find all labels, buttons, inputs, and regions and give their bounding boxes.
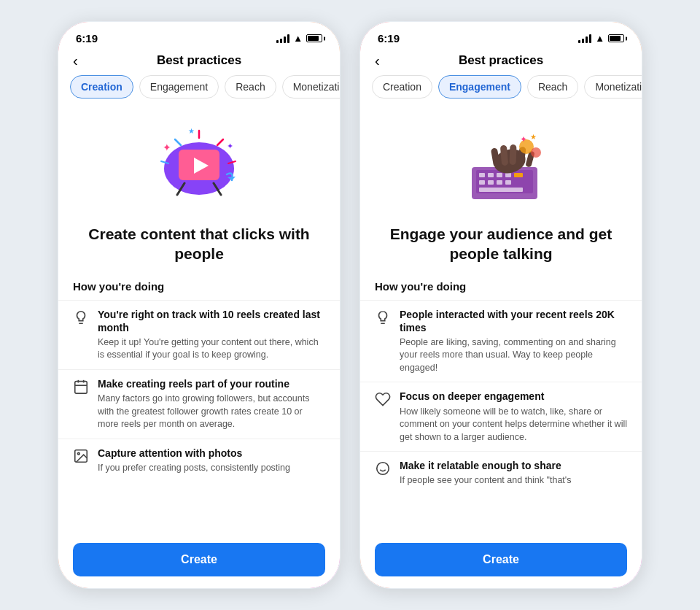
phone-1: 6:19 ▲ ‹ Best practices [57,20,341,590]
phones-container: 6:19 ▲ ‹ Best practices [57,20,643,590]
wifi-icon-2: ▲ [595,33,604,44]
tip-item-2-1: People interacted with your recent reels… [360,300,642,382]
svg-line-4 [175,139,181,145]
tip-desc-2-2: How likely someone will be to watch, lik… [400,406,627,444]
create-button-2[interactable]: Create [375,543,627,576]
tab-monetization-1[interactable]: Monetization [282,75,340,99]
svg-rect-31 [505,180,511,185]
svg-text:✦: ✦ [227,142,233,150]
cta-area-1: Create [58,534,340,588]
svg-line-2 [217,139,223,145]
svg-rect-28 [479,180,485,185]
status-icons-2: ▲ [578,33,624,44]
page-title-2: Best practices [459,53,543,68]
tab-creation-1[interactable]: Creation [70,75,133,99]
smiley-icon-2 [375,460,391,476]
wifi-icon-1: ▲ [293,33,303,44]
tip-title-1-2: Make creating reels part of your routine [98,377,325,390]
headline-1: Create content that clicks with people [58,224,340,276]
svg-rect-30 [497,180,502,185]
tab-creation-2[interactable]: Creation [372,75,432,99]
tip-desc-2-1: People are liking, saving, commenting on… [400,336,627,375]
illustration-1: ✦ ✦ ★ [58,107,340,224]
content-area-2: How you're doing People interacted with … [360,276,642,588]
tab-engagement-2[interactable]: Engagement [438,75,521,99]
svg-rect-36 [510,144,517,165]
heart-icon-2 [375,391,391,407]
svg-text:✦: ✦ [520,134,527,144]
lightbulb-icon-1 [73,309,89,325]
image-icon-1 [73,448,89,464]
tabs-1: Creation Engagement Reach Monetization [58,75,340,107]
tip-title-2-2: Focus on deeper engagement [400,390,627,403]
tip-item-1-3: Capture attention with photos If you pre… [58,439,340,482]
svg-rect-24 [488,173,494,177]
tip-desc-2-3: If people see your content and think "th… [400,474,627,487]
signal-icon-1 [276,34,289,43]
content-area-1: How you're doing You're right on track w… [58,276,340,588]
tip-desc-1-2: Many factors go into growing followers, … [98,393,325,431]
signal-icon-2 [578,34,591,43]
status-icons-1: ▲ [276,33,322,44]
battery-icon-1 [306,34,322,42]
battery-icon-2 [608,34,624,42]
svg-rect-32 [479,188,523,192]
cta-area-2: Create [360,534,642,588]
svg-text:★: ★ [188,127,195,135]
svg-text:★: ★ [530,133,537,141]
svg-rect-23 [479,173,485,177]
status-time-1: 6:19 [76,32,98,45]
header-1: ‹ Best practices [58,50,340,75]
tabs-2: Creation Engagement Reach Monetization [360,75,642,107]
tip-item-1-2: Make creating reels part of your routine… [58,369,340,439]
tab-engagement-1[interactable]: Engagement [139,75,219,99]
svg-rect-26 [505,173,511,177]
tip-item-2-2: Focus on deeper engagement How likely so… [360,382,642,451]
headline-2: Engage your audience and get people talk… [360,224,642,276]
tab-reach-1[interactable]: Reach [225,75,276,99]
tip-title-2-3: Make it relatable enough to share [400,459,627,472]
tip-desc-1-3: If you prefer creating posts, consistent… [98,462,325,475]
page-title-1: Best practices [157,53,241,68]
header-2: ‹ Best practices [360,50,642,75]
tip-desc-1-1: Keep it up! You're getting your content … [98,336,325,362]
svg-point-40 [531,147,541,158]
svg-rect-27 [514,173,523,177]
back-button-2[interactable]: ‹ [375,53,380,69]
tip-item-2-3: Make it relatable enough to share If peo… [360,451,642,495]
calendar-icon-1 [73,379,89,395]
tab-reach-2[interactable]: Reach [527,75,578,99]
phone-2: 6:19 ▲ ‹ Best practices [359,20,643,590]
section-label-1: How you're doing [58,276,340,300]
tip-title-1-1: You're right on track with 10 reels crea… [98,308,325,334]
back-button-1[interactable]: ‹ [73,53,78,69]
section-label-2: How you're doing [360,276,642,300]
create-button-1[interactable]: Create [73,543,325,576]
status-bar-2: 6:19 ▲ [360,22,642,50]
svg-point-20 [77,452,79,455]
status-time-2: 6:19 [378,32,400,45]
tip-title-1-3: Capture attention with photos [98,447,325,460]
tip-title-2-1: People interacted with your recent reels… [400,308,627,334]
tip-item-1-1: You're right on track with 10 reels crea… [58,300,340,369]
tab-monetization-2[interactable]: Monetization [584,75,642,99]
svg-rect-29 [488,180,494,185]
svg-point-43 [377,463,389,475]
illustration-2: ✦ ★ [360,107,642,224]
lightbulb-icon-2 [375,309,391,325]
svg-text:✦: ✦ [163,142,171,153]
svg-rect-15 [75,382,88,394]
svg-rect-25 [497,173,502,177]
status-bar-1: 6:19 ▲ [58,22,340,50]
